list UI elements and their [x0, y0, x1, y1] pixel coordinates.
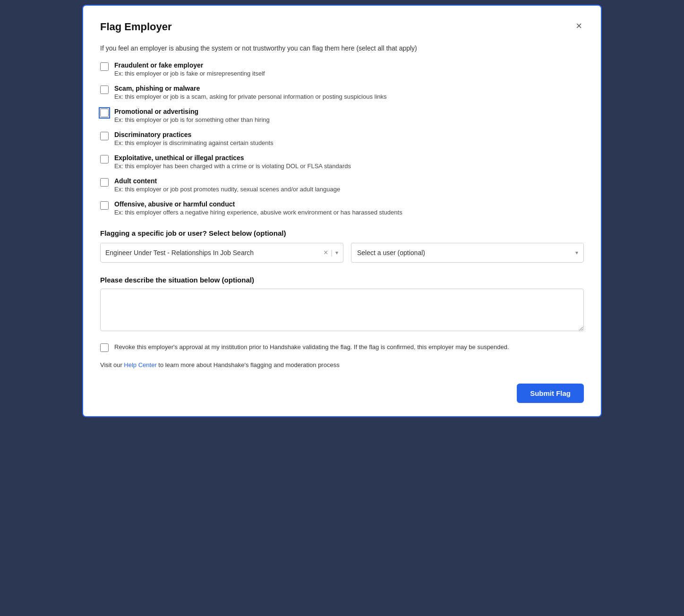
- offensive-label: Offensive, abusive or harmful conduct Ex…: [114, 200, 402, 216]
- job-select-clear-button[interactable]: ×: [324, 249, 328, 257]
- adult-main-text: Adult content: [114, 177, 340, 185]
- fraudulent-sub-text: Ex: this employer or job is fake or misr…: [114, 70, 265, 77]
- offensive-sub-text: Ex: this employer offers a negative hiri…: [114, 209, 402, 216]
- help-center-link[interactable]: Help Center: [124, 361, 156, 368]
- promotional-checkbox[interactable]: [100, 109, 109, 117]
- adult-checkbox[interactable]: [100, 178, 109, 187]
- fraudulent-label: Fraudulent or fake employer Ex: this emp…: [114, 61, 265, 77]
- user-select-field[interactable]: Select a user (optional): [351, 243, 584, 263]
- select-row: Engineer Under Test - Relationships In J…: [100, 243, 584, 263]
- revoke-section: Revoke this employer's approval at my in…: [100, 342, 584, 352]
- checkbox-item-fraudulent: Fraudulent or fake employer Ex: this emp…: [100, 61, 584, 77]
- exploitative-label: Exploitative, unethical or illegal pract…: [114, 154, 351, 170]
- discriminatory-label: Discriminatory practices Ex: this employ…: [114, 131, 274, 146]
- checkbox-item-adult: Adult content Ex: this employer or job p…: [100, 177, 584, 193]
- flag-options-group: Fraudulent or fake employer Ex: this emp…: [100, 61, 584, 216]
- discriminatory-main-text: Discriminatory practices: [114, 131, 274, 138]
- scam-sub-text: Ex: this employer or job is a scam, aski…: [114, 93, 387, 100]
- adult-sub-text: Ex: this employer or job post promotes n…: [114, 186, 340, 193]
- revoke-text: Revoke this employer's approval at my in…: [114, 342, 509, 352]
- submit-flag-button[interactable]: Submit Flag: [517, 384, 584, 403]
- checkbox-item-promotional: Promotional or advertising Ex: this empl…: [100, 108, 584, 123]
- close-button[interactable]: ×: [574, 21, 584, 31]
- scam-checkbox[interactable]: [100, 86, 109, 94]
- help-center-suffix: to learn more about Handshake's flagging…: [157, 361, 340, 368]
- modal-footer: Submit Flag: [100, 380, 584, 403]
- description-label: Please describe the situation below (opt…: [100, 276, 584, 284]
- description-textarea[interactable]: [100, 289, 584, 331]
- revoke-checkbox[interactable]: [100, 343, 109, 352]
- fraudulent-checkbox[interactable]: [100, 62, 109, 71]
- select-divider: |: [331, 249, 333, 257]
- flag-employer-modal: Flag Employer × If you feel an employer …: [82, 5, 602, 417]
- job-select-actions: × | ▾: [324, 249, 338, 257]
- modal-title: Flag Employer: [100, 21, 172, 33]
- specific-flag-label: Flagging a specific job or user? Select …: [100, 229, 584, 237]
- job-select-field[interactable]: Engineer Under Test - Relationships In J…: [100, 243, 343, 263]
- adult-label: Adult content Ex: this employer or job p…: [114, 177, 340, 193]
- discriminatory-checkbox[interactable]: [100, 132, 109, 140]
- exploitative-checkbox[interactable]: [100, 155, 109, 163]
- checkbox-item-discriminatory: Discriminatory practices Ex: this employ…: [100, 131, 584, 146]
- offensive-main-text: Offensive, abusive or harmful conduct: [114, 200, 402, 208]
- offensive-checkbox[interactable]: [100, 201, 109, 210]
- promotional-main-text: Promotional or advertising: [114, 108, 270, 115]
- modal-overlay: Flag Employer × If you feel an employer …: [0, 0, 684, 616]
- modal-header: Flag Employer ×: [100, 21, 584, 33]
- checkbox-item-exploitative: Exploitative, unethical or illegal pract…: [100, 154, 584, 170]
- scam-main-text: Scam, phishing or malware: [114, 85, 387, 92]
- fraudulent-main-text: Fraudulent or fake employer: [114, 61, 265, 69]
- exploitative-sub-text: Ex: this employer has been charged with …: [114, 163, 351, 170]
- checkbox-item-offensive: Offensive, abusive or harmful conduct Ex…: [100, 200, 584, 216]
- promotional-sub-text: Ex: this employer or job is for somethin…: [114, 116, 270, 123]
- help-center-section: Visit our Help Center to learn more abou…: [100, 361, 584, 368]
- promotional-label: Promotional or advertising Ex: this empl…: [114, 108, 270, 123]
- job-select-value: Engineer Under Test - Relationships In J…: [105, 249, 324, 257]
- modal-subtitle: If you feel an employer is abusing the s…: [100, 44, 584, 52]
- user-select-wrapper: Select a user (optional) ▾: [351, 243, 584, 263]
- discriminatory-sub-text: Ex: this employer is discriminating agai…: [114, 139, 274, 146]
- scam-label: Scam, phishing or malware Ex: this emplo…: [114, 85, 387, 100]
- checkbox-item-scam: Scam, phishing or malware Ex: this emplo…: [100, 85, 584, 100]
- job-select-chevron-icon: ▾: [335, 249, 338, 256]
- help-center-prefix: Visit our: [100, 361, 124, 368]
- exploitative-main-text: Exploitative, unethical or illegal pract…: [114, 154, 351, 162]
